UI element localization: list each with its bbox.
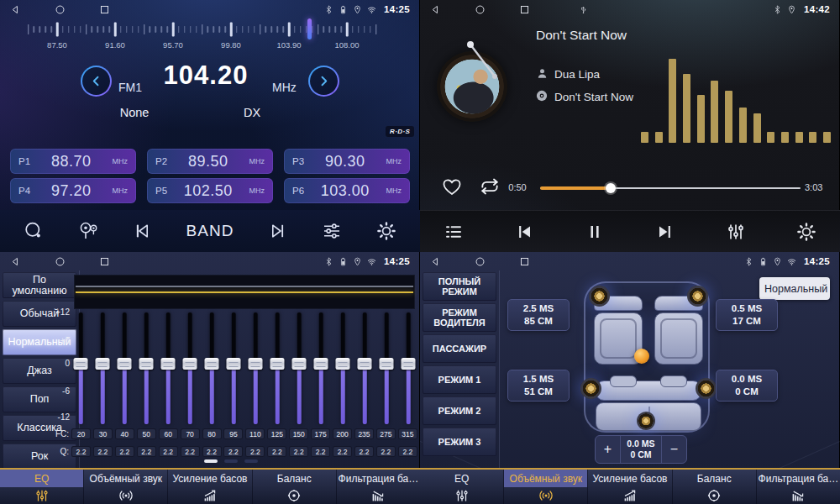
- home-icon[interactable]: [475, 4, 486, 15]
- wifi-icon: [367, 257, 376, 266]
- profile-button[interactable]: Нормальный: [759, 277, 830, 300]
- listening-mode-item[interactable]: РЕЖИМ ВОДИТЕЛЯ: [423, 303, 496, 332]
- slider-knob[interactable]: [161, 358, 176, 370]
- preset-button-p1[interactable]: P188.70MHz: [10, 149, 136, 174]
- tab-filter[interactable]: Фильтрация ба…: [337, 470, 420, 504]
- slider-knob[interactable]: [139, 358, 154, 370]
- eq-band-slider[interactable]: [181, 312, 199, 424]
- preset-button-p3[interactable]: P390.30MHz: [284, 149, 410, 174]
- progress-bar[interactable]: [540, 181, 801, 195]
- preset-button-p5[interactable]: P5102.50MHz: [147, 178, 273, 203]
- slider-knob[interactable]: [402, 358, 416, 370]
- home-icon[interactable]: [475, 256, 486, 267]
- ruler-tick: [276, 26, 278, 33]
- slider-knob[interactable]: [270, 358, 285, 370]
- eq-preset-item[interactable]: По умолчанию: [3, 272, 76, 298]
- back-icon[interactable]: [10, 256, 21, 267]
- back-icon[interactable]: [430, 256, 441, 267]
- slider-knob[interactable]: [74, 358, 88, 370]
- progress-knob[interactable]: [606, 183, 616, 193]
- status-bar: 14:25: [0, 0, 420, 18]
- eq-band-slider[interactable]: [71, 312, 90, 424]
- eq-band-slider[interactable]: [399, 312, 417, 424]
- preset-button-p4[interactable]: P497.20MHz: [10, 178, 136, 203]
- listening-mode-item[interactable]: РЕЖИМ 3: [423, 428, 496, 456]
- equalizer-icon[interactable]: [322, 221, 342, 241]
- next-station-icon[interactable]: [268, 221, 288, 241]
- delay-decrease-button[interactable]: −: [662, 436, 686, 463]
- slider-knob[interactable]: [336, 358, 350, 370]
- car-cabin: [584, 281, 710, 433]
- tab-balance[interactable]: Баланс: [673, 470, 757, 504]
- slider-knob[interactable]: [227, 358, 241, 370]
- equalizer-icon[interactable]: [726, 222, 746, 242]
- eq-band-slider[interactable]: [268, 312, 286, 424]
- eq-band-slider[interactable]: [333, 312, 352, 424]
- back-icon[interactable]: [430, 4, 441, 15]
- settings-gear-icon[interactable]: [796, 222, 816, 242]
- slider-knob[interactable]: [118, 358, 132, 370]
- listening-mode-item[interactable]: ПОЛНЫЙ РЕЖИМ: [423, 272, 496, 301]
- preset-button-p2[interactable]: P289.50MHz: [147, 149, 273, 174]
- radio-broadcast-icon[interactable]: [78, 221, 98, 241]
- recents-icon[interactable]: [519, 4, 530, 15]
- slider-knob[interactable]: [314, 358, 328, 370]
- listening-position-marker[interactable]: [634, 349, 649, 364]
- home-icon[interactable]: [55, 4, 66, 15]
- listening-mode-item[interactable]: РЕЖИМ 1: [423, 365, 496, 394]
- tab-surround[interactable]: Объёмный звук: [84, 470, 168, 504]
- tab-bass-boost[interactable]: Усиление басов: [588, 470, 672, 504]
- back-icon[interactable]: [10, 4, 21, 15]
- front-right-delay-button[interactable]: 0.5 MS 17 CM: [716, 299, 778, 331]
- tab-balance[interactable]: Баланс: [253, 470, 337, 504]
- repeat-icon[interactable]: [479, 176, 501, 197]
- slider-knob[interactable]: [249, 358, 263, 370]
- previous-station-icon[interactable]: [132, 221, 152, 241]
- frequency-ruler[interactable]: 87.5091.6095.7099.80103.90108.00: [0, 18, 420, 51]
- next-track-icon[interactable]: [655, 222, 675, 242]
- slider-knob[interactable]: [183, 358, 197, 370]
- tab-surround[interactable]: Объёмный звук: [504, 470, 588, 504]
- tab-eq[interactable]: EQ: [0, 470, 84, 504]
- pause-icon[interactable]: [585, 222, 605, 242]
- eq-band-slider[interactable]: [202, 312, 221, 424]
- eq-band-slider[interactable]: [159, 312, 177, 424]
- recents-icon[interactable]: [99, 256, 110, 267]
- rear-right-delay-button[interactable]: 0.0 MS 0 CM: [716, 370, 778, 402]
- eq-band-slider[interactable]: [355, 312, 374, 424]
- front-left-delay-button[interactable]: 2.5 MS 85 CM: [507, 299, 570, 331]
- tab-eq[interactable]: EQ: [420, 470, 504, 504]
- eq-band-slider[interactable]: [137, 312, 155, 424]
- eq-band-slider[interactable]: [224, 312, 243, 424]
- band-button[interactable]: BAND: [186, 222, 234, 240]
- playlist-icon[interactable]: [444, 222, 464, 242]
- eq-band-slider[interactable]: [246, 312, 265, 424]
- recents-icon[interactable]: [519, 256, 530, 267]
- seek-up-button[interactable]: [308, 66, 339, 97]
- slider-knob[interactable]: [292, 358, 307, 370]
- seek-down-button[interactable]: [81, 66, 112, 97]
- eq-band-slider[interactable]: [377, 312, 396, 424]
- slider-knob[interactable]: [380, 358, 394, 370]
- rear-left-delay-button[interactable]: 1.5 MS 51 CM: [507, 370, 570, 402]
- slider-knob[interactable]: [358, 358, 372, 370]
- delay-increase-button[interactable]: +: [596, 436, 620, 463]
- search-icon[interactable]: [24, 221, 44, 241]
- eq-band-slider[interactable]: [115, 312, 134, 424]
- favorite-heart-icon[interactable]: [441, 176, 463, 197]
- recents-icon[interactable]: [99, 4, 110, 15]
- home-icon[interactable]: [55, 256, 66, 267]
- eq-band-slider[interactable]: [290, 312, 308, 424]
- page-dot: [224, 459, 238, 463]
- preset-button-p6[interactable]: P6103.00MHz: [284, 178, 410, 203]
- previous-track-icon[interactable]: [514, 222, 534, 242]
- listening-mode-item[interactable]: ПАССАЖИР: [423, 334, 496, 363]
- settings-gear-icon[interactable]: [376, 221, 396, 241]
- tab-bass-boost[interactable]: Усиление басов: [168, 470, 252, 504]
- slider-knob[interactable]: [205, 358, 219, 370]
- eq-band-slider[interactable]: [93, 312, 112, 424]
- slider-knob[interactable]: [96, 358, 110, 370]
- tab-filter[interactable]: Фильтрация ба…: [757, 470, 840, 504]
- listening-mode-item[interactable]: РЕЖИМ 2: [423, 396, 496, 425]
- eq-band-slider[interactable]: [312, 312, 330, 424]
